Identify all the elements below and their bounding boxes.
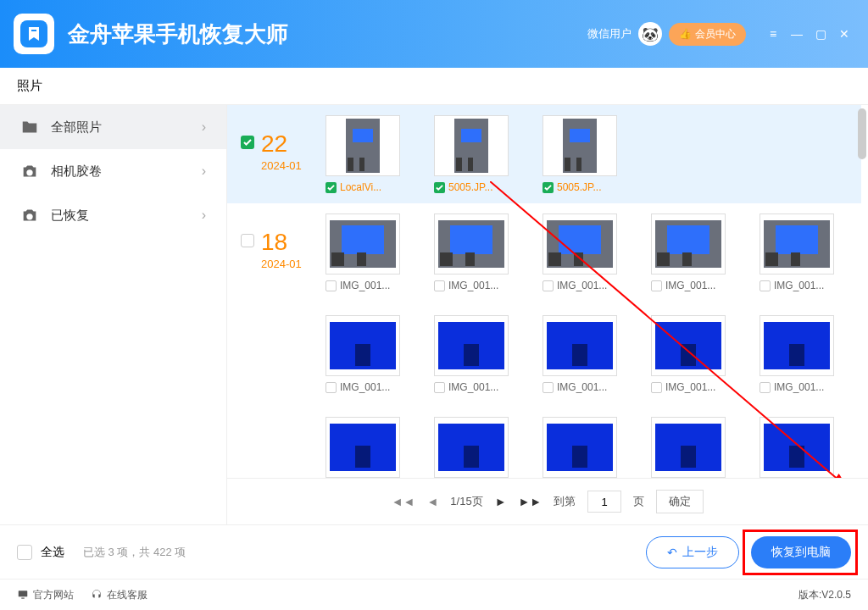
photo-filename: IMG_001... <box>774 381 824 393</box>
pagination: ◄◄ ◄ 1/15页 ► ►► 到第 页 确定 <box>227 478 868 524</box>
photo-thumbnail[interactable]: IMG_001... <box>326 315 400 393</box>
group-count: 18 <box>261 230 302 254</box>
close-button[interactable]: ✕ <box>834 24 854 44</box>
group-date: 2024-01 <box>261 258 302 270</box>
group-checkbox[interactable] <box>241 234 254 247</box>
vip-label: 会员中心 <box>695 27 736 42</box>
camera-icon <box>20 206 39 225</box>
first-page-button[interactable]: ◄◄ <box>392 495 415 508</box>
version-label: 版本:V2.0.5 <box>798 588 851 602</box>
last-page-button[interactable]: ►► <box>519 495 542 508</box>
photo-checkbox[interactable] <box>760 382 771 393</box>
user-label: 微信用户 <box>587 26 632 42</box>
photo-filename: IMG_001... <box>448 280 498 291</box>
photo-checkbox[interactable] <box>326 382 337 393</box>
photo-thumbnail[interactable]: IMG_001... <box>760 214 834 291</box>
scrollbar[interactable] <box>858 108 866 159</box>
prev-step-button[interactable]: ↶ 上一步 <box>646 536 739 568</box>
photo-checkbox[interactable] <box>651 382 662 393</box>
group-checkbox[interactable] <box>241 136 254 149</box>
photo-thumbnail[interactable]: IMG_001... <box>326 214 400 291</box>
monitor-icon <box>17 589 29 601</box>
support-label: 在线客服 <box>107 588 147 602</box>
photo-checkbox[interactable] <box>434 182 445 193</box>
sidebar-item-label: 相机胶卷 <box>51 164 102 180</box>
photo-thumbnail[interactable]: 5005.JP... <box>434 115 509 193</box>
photo-thumbnail[interactable]: LocalVi... <box>326 115 400 193</box>
photo-filename: IMG_001... <box>774 280 824 291</box>
content-area: 222024-01LocalVi...5005.JP...5005.JP...1… <box>227 105 868 524</box>
photo-filename: IMG_001... <box>665 280 715 291</box>
photo-thumbnail[interactable]: IMG_001... <box>651 315 726 393</box>
photo-thumbnail[interactable] <box>434 417 509 478</box>
prev-page-button[interactable]: ◄ <box>426 495 438 508</box>
photo-thumbnail[interactable]: IMG_001... <box>651 214 726 291</box>
recover-label: 恢复到电脑 <box>771 545 831 560</box>
photo-filename: IMG_001... <box>448 381 498 393</box>
photo-checkbox[interactable] <box>542 382 554 393</box>
minimize-button[interactable]: ― <box>787 24 807 44</box>
sidebar-item-all-photos[interactable]: 全部照片 › <box>0 105 226 149</box>
photo-checkbox[interactable] <box>542 182 554 193</box>
photo-thumbnail[interactable]: IMG_001... <box>542 214 617 291</box>
photo-filename: IMG_001... <box>557 280 607 291</box>
photo-filename: 5005.JP... <box>557 181 602 193</box>
select-all-label: 全选 <box>41 545 64 560</box>
photo-checkbox[interactable] <box>434 382 445 393</box>
svg-rect-1 <box>31 30 36 31</box>
sidebar-item-label: 已恢复 <box>51 208 89 224</box>
photo-thumbnail[interactable] <box>760 417 834 478</box>
avatar[interactable]: 🐼 <box>638 22 662 46</box>
photo-thumbnail[interactable] <box>326 417 400 478</box>
vip-button[interactable]: 👍 会员中心 <box>669 23 746 46</box>
category-label: 照片 <box>17 78 42 94</box>
title-bar: 金舟苹果手机恢复大师 微信用户 🐼 👍 会员中心 ≡ ― ▢ ✕ <box>0 0 868 68</box>
goto-suffix: 页 <box>633 494 644 509</box>
official-website-link[interactable]: 官方网站 <box>17 588 74 602</box>
chevron-right-icon: › <box>202 208 206 223</box>
maximize-button[interactable]: ▢ <box>810 24 831 44</box>
recover-button[interactable]: 恢复到电脑 <box>751 536 851 568</box>
headset-icon <box>91 589 103 601</box>
photo-thumbnail[interactable]: IMG_001... <box>434 214 509 291</box>
menu-button[interactable]: ≡ <box>763 24 783 44</box>
category-bar: 照片 <box>0 68 868 105</box>
photo-filename: LocalVi... <box>340 181 381 193</box>
group-date: 2024-01 <box>261 159 302 172</box>
photo-group: 182024-01IMG_001...IMG_001...IMG_001...I… <box>227 203 861 478</box>
footer-action-bar: 全选 已选 3 项，共 422 项 ↶ 上一步 恢复到电脑 <box>0 524 868 579</box>
folder-icon <box>20 118 39 136</box>
photo-thumbnail[interactable]: 5005.JP... <box>542 115 617 193</box>
photo-checkbox[interactable] <box>542 280 554 291</box>
photo-thumbnail[interactable]: IMG_001... <box>760 315 834 393</box>
online-support-link[interactable]: 在线客服 <box>91 588 147 602</box>
prev-step-label: 上一步 <box>682 545 718 560</box>
website-label: 官方网站 <box>33 588 74 602</box>
photo-checkbox[interactable] <box>434 280 445 291</box>
svg-rect-4 <box>21 598 25 599</box>
photo-checkbox[interactable] <box>651 280 662 291</box>
photo-thumbnail[interactable] <box>651 417 726 478</box>
next-page-button[interactable]: ► <box>495 495 507 508</box>
page-indicator: 1/15页 <box>450 494 482 509</box>
photo-checkbox[interactable] <box>760 280 771 291</box>
photo-group: 222024-01LocalVi...5005.JP...5005.JP... <box>227 105 861 203</box>
undo-icon: ↶ <box>667 546 677 559</box>
photo-thumbnail[interactable]: IMG_001... <box>542 315 617 393</box>
page-input[interactable] <box>587 491 621 513</box>
photo-checkbox[interactable] <box>326 280 337 291</box>
photo-checkbox[interactable] <box>326 182 337 193</box>
goto-prefix: 到第 <box>554 494 576 509</box>
sidebar-item-recovered[interactable]: 已恢复 › <box>0 193 226 237</box>
photo-thumbnail[interactable]: IMG_001... <box>434 315 509 393</box>
chevron-right-icon: › <box>202 164 206 179</box>
sidebar-item-camera-roll[interactable]: 相机胶卷 › <box>0 149 226 193</box>
photo-thumbnail[interactable] <box>542 417 617 478</box>
select-all-checkbox[interactable] <box>17 545 32 560</box>
app-title: 金舟苹果手机恢复大师 <box>68 19 288 49</box>
app-logo <box>14 14 54 54</box>
selection-count: 已选 3 项，共 422 项 <box>83 545 186 560</box>
camera-icon <box>20 162 39 180</box>
svg-rect-3 <box>19 591 28 596</box>
goto-confirm-button[interactable]: 确定 <box>656 490 704 513</box>
